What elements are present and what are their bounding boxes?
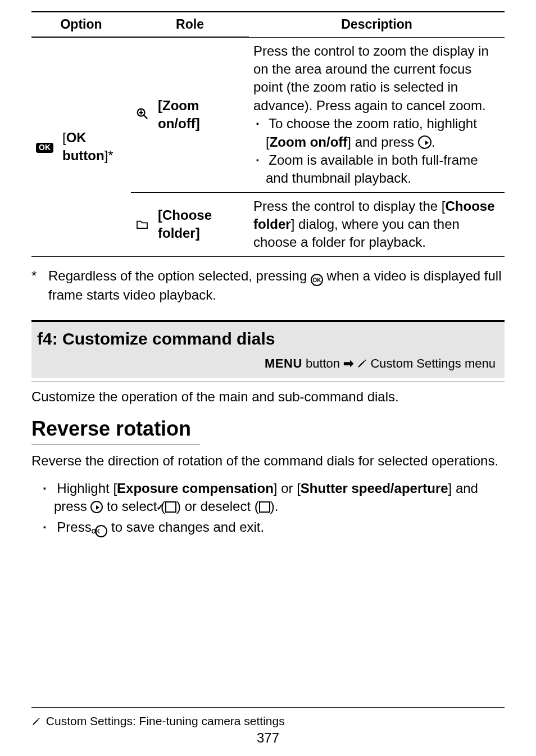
role-zoom-desc: Press the control to zoom the display in…: [249, 37, 505, 192]
svg-line-1: [144, 116, 148, 119]
reverse-bullet-2: Press OK to save changes and exit.: [43, 518, 505, 537]
zoom-desc-intro: Press the control to zoom the display in…: [253, 42, 500, 115]
reverse-intro: Reverse the direction of rotation of the…: [31, 452, 505, 470]
section-divider: [31, 382, 505, 382]
footer-text: Custom Settings: Fine-tuning camera sett…: [46, 714, 285, 727]
ok-badge-icon: OK: [36, 143, 53, 152]
footnote: * Regardless of the option selected, pre…: [31, 267, 505, 304]
option-icon-cell: OK: [31, 37, 58, 256]
section-heading: f4: Customize command dials MENU button …: [31, 320, 505, 378]
arrow-right-icon: ➡: [343, 356, 353, 370]
role-icon-cell: [131, 192, 153, 256]
role-folder-desc: Press the control to display the [Choose…: [249, 192, 505, 256]
page-footer: Custom Settings: Fine-tuning camera sett…: [31, 707, 505, 730]
pencil-icon: [31, 714, 40, 730]
role-folder-label: [Choose folder]: [158, 207, 212, 241]
role-label-cell: [Choose folder]: [153, 192, 249, 256]
zoom-in-icon: [136, 106, 148, 124]
th-description: Description: [249, 12, 505, 37]
selector-right-icon: [418, 135, 431, 149]
folder-icon: [136, 216, 148, 234]
menu-label: MENU: [265, 356, 302, 370]
reverse-bullets: Highlight [Exposure compensation] or [Sh…: [43, 479, 505, 537]
table-row: OK [OK button]* [Z: [31, 37, 505, 192]
checkbox-checked-icon: [165, 501, 176, 513]
th-role: Role: [131, 12, 249, 37]
reverse-bullet-1: Highlight [Exposure compensation] or [Sh…: [43, 479, 505, 516]
footnote-marker: *: [31, 267, 48, 285]
reverse-title: Reverse rotation: [31, 415, 505, 443]
section-intro: Customize the operation of the main and …: [31, 388, 505, 406]
reverse-title-underline: [31, 445, 200, 445]
checkbox-unchecked-icon: [259, 501, 270, 513]
role-zoom-label: [Zoom on/off]: [158, 98, 200, 131]
option-bracket-close: ]*: [105, 148, 113, 163]
option-name: OK button: [62, 130, 105, 163]
zoom-desc-bullet-2: Zoom is available in both full-frame and…: [266, 151, 500, 188]
page-number: 377: [0, 729, 536, 747]
options-table: Option Role Description OK [OK button]*: [31, 11, 505, 257]
ok-circle-icon: OK: [95, 525, 107, 537]
selector-right-icon: [90, 501, 103, 513]
option-bracket-open: [: [62, 130, 66, 145]
role-label-cell: [Zoom on/off]: [153, 37, 249, 192]
section-title: f4: Customize command dials: [37, 328, 499, 351]
ok-circle-icon: OK: [311, 274, 323, 286]
section-path: MENU button ➡ Custom Settings menu: [31, 354, 499, 375]
pencil-icon: [357, 356, 367, 373]
th-option: Option: [31, 12, 131, 37]
zoom-desc-bullet-1: To choose the zoom ratio, highlight [Zoo…: [266, 115, 500, 151]
role-icon-cell: [131, 37, 153, 192]
footnote-body: Regardless of the option selected, press…: [48, 267, 505, 304]
option-label-cell: [OK button]*: [58, 37, 131, 256]
zoom-desc-list: To choose the zoom ratio, highlight [Zoo…: [253, 115, 500, 188]
